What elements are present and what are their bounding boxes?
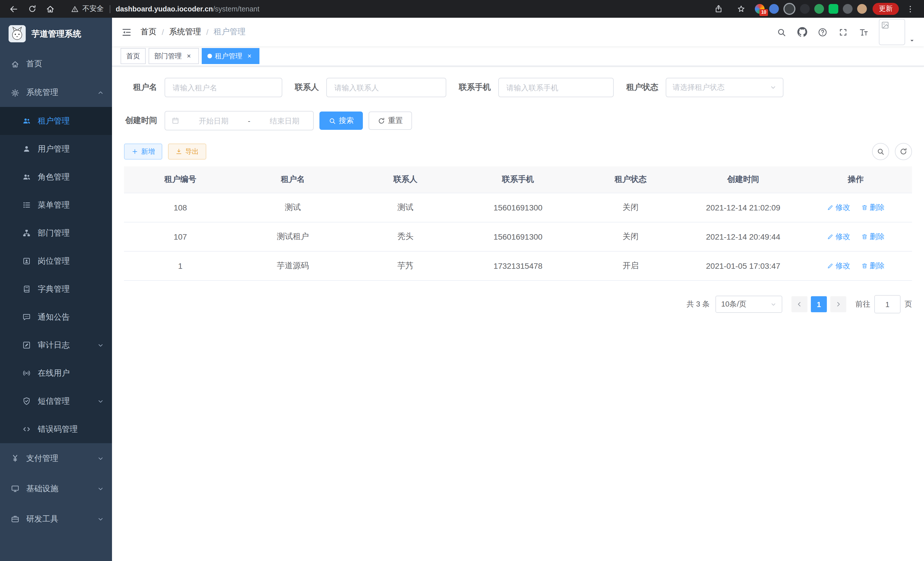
tab-dept[interactable]: 部门管理× xyxy=(148,48,199,64)
roles-icon xyxy=(22,173,31,181)
sidebar-item-role[interactable]: 角色管理 xyxy=(0,163,112,191)
sidebar-item-notice[interactable]: 通知公告 xyxy=(0,303,112,331)
cell-mobile: 15601691300 xyxy=(462,222,574,251)
delete-button[interactable]: 删除 xyxy=(861,232,885,242)
edit-button[interactable]: 修改 xyxy=(827,261,850,271)
search-button[interactable]: 搜索 xyxy=(320,111,363,130)
sidebar-item-label: 研发工具 xyxy=(26,514,58,524)
share-button[interactable] xyxy=(711,2,726,16)
filter-form-row-1: 租户名 联系人 联系手机 xyxy=(124,78,912,97)
help-icon[interactable] xyxy=(813,23,832,41)
sidebar-item-auditlog[interactable]: 审计日志 xyxy=(0,331,112,359)
column-header: 租户编号 xyxy=(124,166,237,193)
browser-back-button[interactable] xyxy=(6,2,21,16)
sidebar-item-post[interactable]: 岗位管理 xyxy=(0,247,112,275)
sidebar-item-menu[interactable]: 菜单管理 xyxy=(0,191,112,219)
warning-icon xyxy=(71,5,79,13)
sidebar-item-label: 审计日志 xyxy=(38,340,70,350)
caret-down-icon[interactable] xyxy=(909,37,915,44)
cell-mobile: 17321315478 xyxy=(462,251,574,281)
security-chip[interactable]: 不安全 xyxy=(71,4,104,14)
fullscreen-icon[interactable] xyxy=(834,23,853,41)
extension-icon[interactable]: 10 xyxy=(755,4,765,14)
browser-update-button[interactable]: 更新 xyxy=(873,3,899,15)
status-select[interactable]: 请选择租户状态 xyxy=(666,78,783,97)
app-logo[interactable]: 芋道管理系统 xyxy=(0,18,112,50)
sidebar-item-label: 基础设施 xyxy=(26,484,58,494)
column-header: 租户状态 xyxy=(574,166,687,193)
delete-button[interactable]: 删除 xyxy=(861,202,885,213)
tab-close-icon[interactable]: × xyxy=(245,52,254,60)
edit-button[interactable]: 修改 xyxy=(827,232,850,242)
toggle-search-button[interactable] xyxy=(872,143,889,160)
sidebar-item-online[interactable]: 在线用户 xyxy=(0,359,112,387)
breadcrumb-current: 租户管理 xyxy=(214,27,246,37)
breadcrumb-system[interactable]: 系统管理 xyxy=(169,27,201,37)
create-time-label: 创建时间 xyxy=(124,116,157,126)
sidebar-toggle-button[interactable] xyxy=(112,18,141,46)
tenant-name-input[interactable] xyxy=(171,83,275,92)
sidebar-item-errcode[interactable]: 错误码管理 xyxy=(0,415,112,443)
delete-button[interactable]: 删除 xyxy=(861,261,885,271)
sidebar-item-dict[interactable]: 字典管理 xyxy=(0,275,112,303)
extension-icon[interactable] xyxy=(814,4,824,14)
extension-icon[interactable] xyxy=(829,4,838,14)
page-size-select[interactable]: 10条/页 xyxy=(716,296,782,313)
contact-input[interactable] xyxy=(333,83,440,92)
browser-menu-button[interactable] xyxy=(905,2,915,16)
extension-icon[interactable] xyxy=(843,4,853,14)
tenant-table: 租户编号 租户名 联系人 联系手机 租户状态 创建时间 操作 108 测试 xyxy=(124,166,912,281)
bookmark-star-button[interactable] xyxy=(734,2,748,16)
sidebar-item-home[interactable]: 首页 xyxy=(0,50,112,78)
date-start-input[interactable] xyxy=(191,116,236,125)
sidebar-item-devtools[interactable]: 研发工具 xyxy=(0,504,112,534)
sidebar-item-pay[interactable]: 支付管理 xyxy=(0,443,112,474)
font-size-icon[interactable] xyxy=(854,23,873,41)
reset-button[interactable]: 重置 xyxy=(369,111,412,130)
address-bar[interactable]: 不安全 dashboard.yudao.iocoder.cn/system/te… xyxy=(64,1,702,17)
edit-button[interactable]: 修改 xyxy=(827,202,850,213)
refresh-table-button[interactable] xyxy=(895,143,912,160)
export-button[interactable]: 导出 xyxy=(168,144,206,159)
sidebar-item-system[interactable]: 系统管理 xyxy=(0,78,112,107)
page-number-button[interactable]: 1 xyxy=(811,296,827,312)
sidebar-item-infra[interactable]: 基础设施 xyxy=(0,474,112,504)
extension-icon[interactable] xyxy=(857,4,867,14)
github-icon[interactable] xyxy=(793,23,812,41)
tab-close-icon[interactable]: × xyxy=(184,52,193,60)
extension-icon[interactable] xyxy=(769,4,779,14)
tags-view: 首页 部门管理× 租户管理× xyxy=(112,46,924,66)
sidebar-item-user[interactable]: 用户管理 xyxy=(0,135,112,163)
date-end-input[interactable] xyxy=(262,116,307,125)
sms-shield-icon xyxy=(22,397,31,405)
url-text: dashboard.yudao.iocoder.cn/system/tenant xyxy=(116,5,260,13)
security-label: 不安全 xyxy=(82,4,104,14)
browser-reload-button[interactable] xyxy=(25,2,39,16)
tab-home[interactable]: 首页 xyxy=(121,48,146,64)
prev-page-button[interactable] xyxy=(791,296,807,312)
breadcrumb-home[interactable]: 首页 xyxy=(141,27,157,37)
sidebar-item-dept[interactable]: 部门管理 xyxy=(0,219,112,247)
cell-tenant-name: 测试租户 xyxy=(237,222,349,251)
breadcrumb-separator: / xyxy=(162,27,164,37)
next-page-button[interactable] xyxy=(830,296,846,312)
extension-icon[interactable] xyxy=(783,3,795,15)
cell-tenant-name: 芋道源码 xyxy=(237,251,349,281)
mobile-input[interactable] xyxy=(505,83,607,92)
sidebar-item-tenant[interactable]: 租户管理 xyxy=(0,107,112,135)
date-range-picker[interactable]: - xyxy=(165,111,314,130)
browser-home-button[interactable] xyxy=(43,2,58,16)
tab-tenant[interactable]: 租户管理× xyxy=(202,48,260,64)
add-button[interactable]: 新增 xyxy=(124,144,162,159)
jump-page-input[interactable] xyxy=(874,295,901,313)
extension-icon[interactable] xyxy=(800,4,810,14)
chevron-down-icon xyxy=(97,516,104,522)
calendar-icon xyxy=(171,117,179,125)
cell-created: 2021-12-14 21:02:09 xyxy=(687,193,800,222)
mobile-label: 联系手机 xyxy=(459,82,491,93)
avatar[interactable] xyxy=(879,19,905,45)
sidebar-item-sms[interactable]: 短信管理 xyxy=(0,387,112,415)
sidebar-item-label: 错误码管理 xyxy=(38,424,78,434)
audit-log-icon xyxy=(22,341,31,349)
header-search-icon[interactable] xyxy=(772,23,791,41)
